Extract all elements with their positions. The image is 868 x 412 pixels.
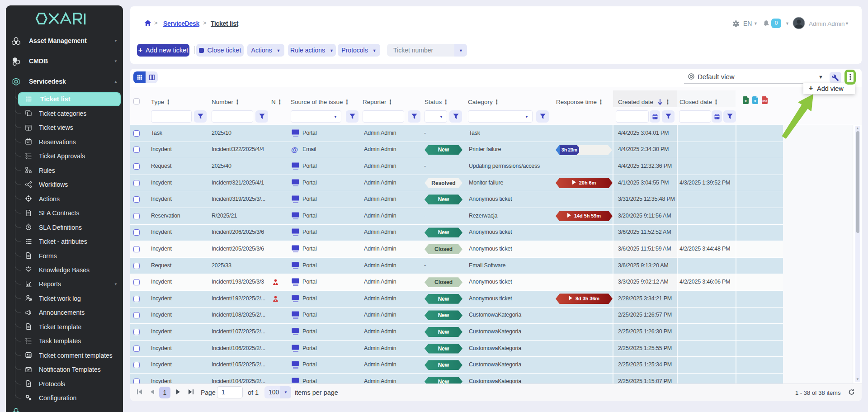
svg-text:X: X (745, 99, 747, 103)
svg-text:X: X (754, 99, 757, 103)
svg-text:PDF: PDF (763, 100, 767, 103)
